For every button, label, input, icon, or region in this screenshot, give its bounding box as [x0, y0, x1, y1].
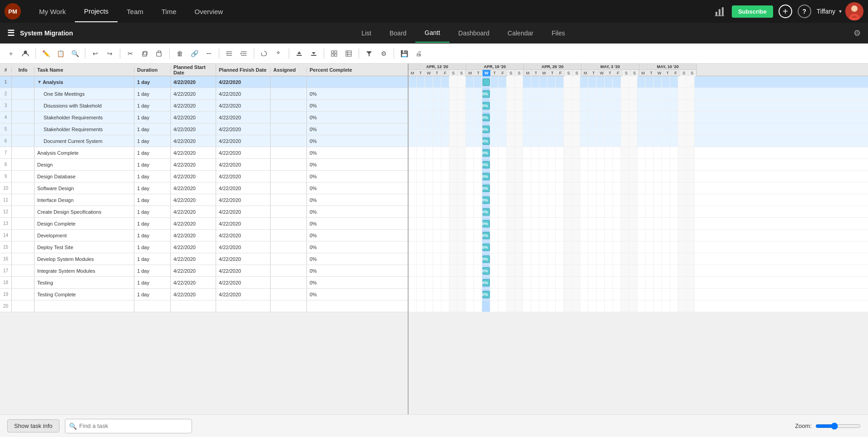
print-button[interactable]: 🖨: [412, 47, 425, 60]
show-task-info-button[interactable]: Show task info: [7, 419, 59, 432]
sidebar-toggle-icon[interactable]: ☰: [7, 28, 15, 38]
settings-gear-button[interactable]: ⚙: [853, 28, 861, 38]
table-row[interactable]: 11 Interface Design 1 day 4/22/2020 4/22…: [0, 194, 408, 206]
add-button[interactable]: +: [779, 5, 792, 18]
table-row[interactable]: 9 Design Database 1 day 4/22/2020 4/22/2…: [0, 171, 408, 182]
user-menu[interactable]: Tiffany ▾: [817, 2, 863, 20]
gantt-day-cell: T: [647, 70, 656, 76]
table-row[interactable]: 4 Stakeholder Requirements 1 day 4/22/20…: [0, 112, 408, 123]
search-button[interactable]: 🔍: [69, 47, 81, 60]
attach-button[interactable]: [258, 47, 271, 60]
copy2-button[interactable]: [138, 47, 151, 60]
table-row[interactable]: 8 Design 1 day 4/22/2020 4/22/2020 0%: [0, 159, 408, 171]
chart-day-cell: [498, 147, 507, 158]
chart-day-cell: [449, 147, 458, 158]
unlink-button[interactable]: [202, 47, 215, 60]
find-task-search[interactable]: 🔍: [65, 419, 192, 433]
nav-my-work[interactable]: My Work: [30, 1, 75, 22]
add-task-button[interactable]: +: [5, 47, 17, 60]
chart-day-cell: [588, 218, 597, 229]
table-row[interactable]: 6 Document Current System 1 day 4/22/202…: [0, 135, 408, 147]
table-row[interactable]: 12 Create Design Specifications 1 day 4/…: [0, 206, 408, 218]
save-button[interactable]: 💾: [398, 47, 410, 60]
grid-view-button[interactable]: [328, 47, 340, 60]
nav-overview[interactable]: Overview: [186, 1, 232, 22]
table-row[interactable]: 17 Integrate System Modules 1 day 4/22/2…: [0, 265, 408, 277]
svg-rect-27: [335, 54, 337, 56]
find-task-input[interactable]: [79, 422, 188, 429]
table-view-button[interactable]: [342, 47, 355, 60]
chart-day-cell: [547, 112, 556, 123]
cut-button[interactable]: ✂: [124, 47, 137, 60]
filter-button[interactable]: [363, 47, 375, 60]
table-row[interactable]: 18 Testing 1 day 4/22/2020 4/22/2020 0%: [0, 277, 408, 289]
row-finish-cell: 4/22/2020: [216, 241, 271, 253]
top-navigation: PM My Work Projects Team Time Overview S…: [0, 0, 868, 23]
add-user-button[interactable]: [19, 47, 32, 60]
table-row[interactable]: 15 Deploy Test Site 1 day 4/22/2020 4/22…: [0, 241, 408, 253]
tab-dashboard[interactable]: Dashboard: [449, 24, 499, 42]
chart-day-cell: [507, 265, 515, 276]
chart-day-cell: [441, 112, 449, 123]
chart-day-cell: [605, 206, 613, 217]
svg-rect-26: [331, 54, 334, 56]
redo-button[interactable]: ↪: [104, 47, 116, 60]
download-button[interactable]: [307, 47, 320, 60]
chart-day-cell: [539, 277, 547, 288]
zoom-slider[interactable]: [815, 422, 861, 430]
chart-day-cell: [441, 277, 449, 288]
indent-left-button[interactable]: [223, 47, 236, 60]
tab-gantt[interactable]: Gantt: [415, 24, 449, 43]
chart-day-cell: [458, 159, 466, 170]
chart-day-cell: [507, 182, 515, 194]
copy-button[interactable]: 📋: [54, 47, 67, 60]
table-row[interactable]: 16 Develop System Modules 1 day 4/22/202…: [0, 253, 408, 265]
table-row[interactable]: 7 Analysis Complete 1 day 4/22/2020 4/22…: [0, 147, 408, 159]
chart-day-cell: [425, 182, 433, 194]
upload-button[interactable]: [293, 47, 306, 60]
table-row[interactable]: 13 Design Complete 1 day 4/22/2020 4/22/…: [0, 218, 408, 230]
table-row[interactable]: 3 Disussions with Stakehold 1 day 4/22/2…: [0, 100, 408, 112]
nav-time[interactable]: Time: [153, 1, 186, 22]
table-row[interactable]: 2 One Site Meetings 1 day 4/22/2020 4/22…: [0, 88, 408, 100]
undo-button[interactable]: ↩: [89, 47, 102, 60]
detach-button[interactable]: [272, 47, 285, 60]
copy-icon: [142, 50, 148, 57]
table-row[interactable]: 1 ▼ Analysis 1 day 4/22/2020 4/22/2020: [0, 76, 408, 88]
help-button[interactable]: ?: [798, 5, 811, 18]
indent-right-button[interactable]: [237, 47, 250, 60]
subscribe-button[interactable]: Subscribe: [732, 5, 773, 18]
chart-day-cell: [539, 100, 547, 111]
paste-button[interactable]: [153, 47, 166, 60]
column-settings-button[interactable]: ⚙: [377, 47, 390, 60]
chart-day-cell: [490, 123, 498, 135]
col-header-assigned: Assigned: [271, 67, 307, 73]
analytics-icon-button[interactable]: [713, 5, 726, 18]
table-row[interactable]: 5 Stakeholder Requirements 1 day 4/22/20…: [0, 123, 408, 135]
delete-button[interactable]: 🗑: [173, 47, 186, 60]
chart-day-cell: [670, 147, 678, 158]
chart-day-cell: [474, 112, 482, 123]
chart-day-cell: [482, 300, 490, 312]
table-row[interactable]: 19 Testing Complete 1 day 4/22/2020 4/22…: [0, 289, 408, 300]
tab-files[interactable]: Files: [542, 24, 574, 42]
chart-day-cell: [515, 182, 523, 194]
tab-board[interactable]: Board: [380, 24, 415, 42]
chart-day-cell: [466, 241, 474, 253]
chart-day-cell: [498, 253, 507, 265]
chart-day-cell: [417, 194, 425, 206]
nav-team[interactable]: Team: [118, 1, 153, 22]
chart-day-cell: [417, 265, 425, 276]
table-row[interactable]: 14 Development 1 day 4/22/2020 4/22/2020…: [0, 230, 408, 241]
nav-projects[interactable]: Projects: [75, 1, 118, 22]
tab-list[interactable]: List: [352, 24, 380, 42]
tab-calendar[interactable]: Calendar: [498, 24, 542, 42]
chart-day-cell: [564, 194, 572, 206]
collapse-icon[interactable]: ▼: [37, 79, 42, 84]
table-row[interactable]: 10 Software Design 1 day 4/22/2020 4/22/…: [0, 182, 408, 194]
table-row[interactable]: 20: [0, 300, 408, 312]
chart-day-cell: [646, 171, 654, 182]
gantt-day-cell: W: [656, 70, 664, 76]
edit-button[interactable]: ✏️: [39, 47, 52, 60]
link-button[interactable]: 🔗: [188, 47, 201, 60]
